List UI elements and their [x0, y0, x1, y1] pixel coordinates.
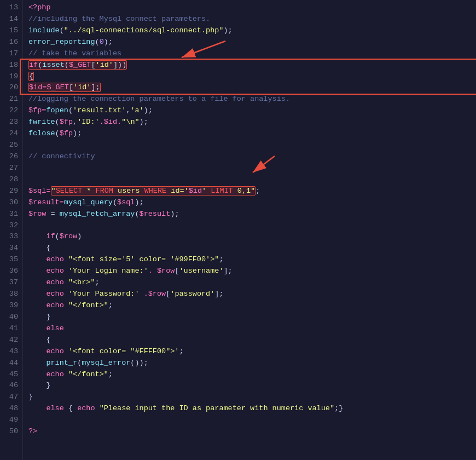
- line-num-49: 49: [5, 415, 18, 426]
- line-num-35: 35: [5, 254, 18, 266]
- code-line-45: echo "</font>";: [28, 369, 471, 381]
- code-line-30: $result=mysql_query($sql);: [28, 197, 471, 209]
- code-line-48: else { echo "Please input the ID as para…: [28, 403, 471, 415]
- line-num-47: 47: [5, 392, 18, 403]
- code-line-29: $sql="SELECT * FROM users WHERE id='$id'…: [28, 186, 471, 197]
- code-line-15: include("../sql-connections/sql-connect.…: [28, 25, 471, 37]
- line-num-20: 20: [5, 82, 18, 94]
- code-line-26: // connectivity: [28, 151, 471, 163]
- line-num-39: 39: [5, 300, 18, 312]
- code-line-32: [28, 220, 471, 232]
- code-line-44: print_r(mysql_error());: [28, 358, 471, 369]
- line-num-14: 14: [5, 14, 18, 25]
- line-num-18: 18: [5, 60, 18, 71]
- line-num-43: 43: [5, 346, 18, 358]
- line-num-48: 48: [5, 403, 18, 415]
- line-num-28: 28: [5, 174, 18, 186]
- code-line-19: {: [28, 71, 471, 83]
- line-num-42: 42: [5, 335, 18, 346]
- code-line-24: fclose($fp);: [28, 128, 471, 140]
- line-num-30: 30: [5, 197, 18, 209]
- code-line-34: {: [28, 243, 471, 254]
- line-num-44: 44: [5, 358, 18, 369]
- code-line-14: //including the Mysql connect parameters…: [28, 14, 471, 25]
- line-num-46: 46: [5, 380, 18, 392]
- line-num-29: 29: [5, 186, 18, 197]
- line-num-50: 50: [5, 426, 18, 438]
- code-line-50: ?>: [28, 426, 471, 438]
- code-line-41: else: [28, 323, 471, 335]
- code-area: <?php//including the Mysql connect param…: [23, 0, 476, 460]
- code-line-16: error_reporting(0);: [28, 37, 471, 48]
- line-num-38: 38: [5, 289, 18, 300]
- code-line-22: $fp=fopen('result.txt','a');: [28, 105, 471, 117]
- line-num-21: 21: [5, 94, 18, 105]
- line-num-19: 19: [5, 71, 18, 83]
- line-num-24: 24: [5, 128, 18, 140]
- code-line-37: echo "<br>";: [28, 277, 471, 289]
- line-num-37: 37: [5, 277, 18, 289]
- code-line-23: fwrite($fp,'ID:'.$id."\n");: [28, 117, 471, 128]
- code-line-20: $id=$_GET['id'];: [28, 82, 471, 94]
- code-line-13: <?php: [28, 2, 471, 14]
- code-line-40: }: [28, 312, 471, 323]
- line-num-40: 40: [5, 312, 18, 323]
- line-num-13: 13: [5, 2, 18, 14]
- code-line-42: {: [28, 335, 471, 346]
- code-line-27: [28, 163, 471, 174]
- line-num-33: 33: [5, 231, 18, 243]
- line-num-25: 25: [5, 140, 18, 151]
- line-num-34: 34: [5, 243, 18, 254]
- code-line-18: if(isset($_GET['id'])): [28, 60, 471, 71]
- line-num-45: 45: [5, 369, 18, 381]
- line-numbers: 1314151617181920212223242526272829303132…: [0, 0, 23, 460]
- code-line-43: echo '<font color= "#FFFF00">';: [28, 346, 471, 358]
- line-num-22: 22: [5, 105, 18, 117]
- line-num-17: 17: [5, 48, 18, 60]
- line-num-36: 36: [5, 266, 18, 277]
- line-num-31: 31: [5, 209, 18, 220]
- code-line-49: [28, 415, 471, 426]
- code-line-46: }: [28, 380, 471, 392]
- code-line-47: }: [28, 392, 471, 403]
- line-num-16: 16: [5, 37, 18, 48]
- code-line-28: [28, 174, 471, 186]
- code-line-33: if($row): [28, 231, 471, 243]
- line-num-15: 15: [5, 25, 18, 37]
- code-line-35: echo "<font size='5' color= '#99FF00'>";: [28, 254, 471, 266]
- code-line-21: //logging the connection parameters to a…: [28, 94, 471, 105]
- code-line-25: [28, 140, 471, 151]
- line-num-26: 26: [5, 151, 18, 163]
- code-line-17: // take the variables: [28, 48, 471, 60]
- code-line-39: echo "</font>";: [28, 300, 471, 312]
- code-line-31: $row = mysql_fetch_array($result);: [28, 209, 471, 220]
- line-num-32: 32: [5, 220, 18, 232]
- code-line-38: echo 'Your Password:' .$row['password'];: [28, 289, 471, 300]
- line-num-41: 41: [5, 323, 18, 335]
- line-num-27: 27: [5, 163, 18, 174]
- code-container: 1314151617181920212223242526272829303132…: [0, 0, 476, 460]
- line-num-23: 23: [5, 117, 18, 128]
- code-line-36: echo 'Your Login name:'. $row['username'…: [28, 266, 471, 277]
